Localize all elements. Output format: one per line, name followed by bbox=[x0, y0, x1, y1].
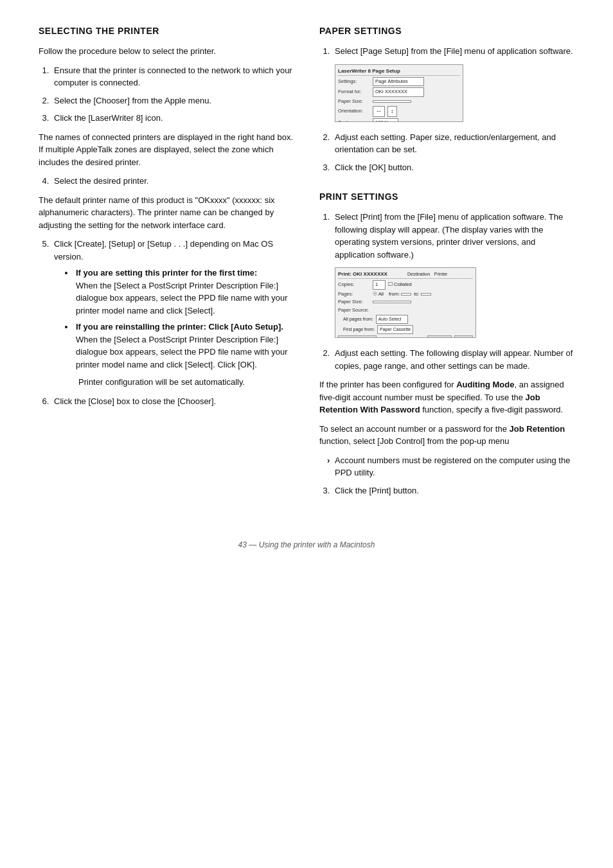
auto-config-text: Printer configuration will be set automa… bbox=[78, 376, 294, 389]
paper-step-3: Click the [OK] button. bbox=[332, 161, 574, 174]
print-dialog-title: Print: OKI XXXXXXX Destination Printer bbox=[338, 270, 473, 279]
selecting-step-5: Click [Create], [Setup] or [Setup . . .]… bbox=[51, 238, 294, 389]
connected-text: The names of connected printers are disp… bbox=[39, 131, 294, 169]
left-column: Selecting the Printer Follow the procedu… bbox=[39, 26, 294, 425]
step-6: Click the [Close] box to close the [Choo… bbox=[51, 395, 294, 408]
dialog-title: LaserWriter 8 Page Setup bbox=[338, 67, 460, 76]
sub-reinstall-item: If you are reinstalling the printer: Cli… bbox=[75, 321, 294, 371]
page: Selecting the Printer Follow the procedu… bbox=[39, 26, 574, 549]
page-setup-dialog-screenshot: LaserWriter 8 Page Setup Settings: Page … bbox=[335, 64, 463, 122]
selecting-section: Selecting the Printer Follow the procedu… bbox=[39, 26, 294, 407]
paper-steps: Select [Page Setup] from the [File] menu… bbox=[332, 45, 574, 173]
account-bullet-list: Account numbers must be registered on th… bbox=[327, 454, 574, 479]
selecting-step-4: Select the desired printer. bbox=[51, 175, 294, 188]
print-step-1: Select [Print] from the [File] menu of a… bbox=[332, 211, 574, 338]
paper-step-1: Select [Page Setup] from the [File] menu… bbox=[332, 45, 574, 122]
account-bullet: Account numbers must be registered on th… bbox=[327, 454, 574, 479]
print-step-3-list: Click the [Print] button. bbox=[332, 484, 574, 497]
selecting-steps-1-3: Ensure that the printer is connected to … bbox=[51, 64, 294, 125]
step-5: Click [Create], [Setup] or [Setup . . .]… bbox=[51, 238, 294, 389]
paper-step-2: Adjust each setting. Paper size, reducti… bbox=[332, 131, 574, 156]
print-step-2: Adjust each setting. The following displ… bbox=[332, 347, 574, 372]
paper-section: Paper Settings Select [Page Setup] from … bbox=[319, 26, 574, 173]
step-2: Select the [Chooser] from the Apple menu… bbox=[51, 94, 294, 107]
selecting-intro: Follow the procedure below to select the… bbox=[39, 45, 294, 58]
print-cancel-btn[interactable]: Cancel bbox=[427, 335, 451, 338]
print-dialog-screenshot: Print: OKI XXXXXXX Destination Printer C… bbox=[335, 267, 476, 338]
right-column: Paper Settings Select [Page Setup] from … bbox=[319, 26, 574, 515]
selecting-step-6: Click the [Close] box to close the [Choo… bbox=[51, 395, 294, 408]
print-steps: Select [Print] from the [File] menu of a… bbox=[332, 211, 574, 372]
auditing-text: If the printer has been configured for A… bbox=[319, 378, 574, 416]
selecting-title: Selecting the Printer bbox=[39, 26, 294, 36]
paper-title: Paper Settings bbox=[319, 26, 574, 36]
print-title: Print Settings bbox=[319, 191, 574, 202]
print-btn[interactable]: Print bbox=[454, 335, 473, 338]
page-footer: 43 — Using the printer with a Macintosh bbox=[39, 540, 574, 549]
main-content: Selecting the Printer Follow the procedu… bbox=[39, 26, 574, 515]
step-3: Click the [LaserWriter 8] icon. bbox=[51, 112, 294, 125]
print-step-3: Click the [Print] button. bbox=[332, 484, 574, 497]
job-retention-text: To select an account number or a passwor… bbox=[319, 423, 574, 448]
sub-first-time-item: If you are setting this printer for the … bbox=[75, 267, 294, 317]
print-section: Print Settings Select [Print] from the [… bbox=[319, 191, 574, 497]
sub-first-time: If you are setting this printer for the … bbox=[64, 267, 294, 389]
step-1: Ensure that the printer is connected to … bbox=[51, 64, 294, 89]
default-name-text: The default printer name of this product… bbox=[39, 194, 294, 232]
step-4: Select the desired printer. bbox=[51, 175, 294, 188]
save-settings-btn[interactable]: Save Settings bbox=[338, 335, 377, 338]
